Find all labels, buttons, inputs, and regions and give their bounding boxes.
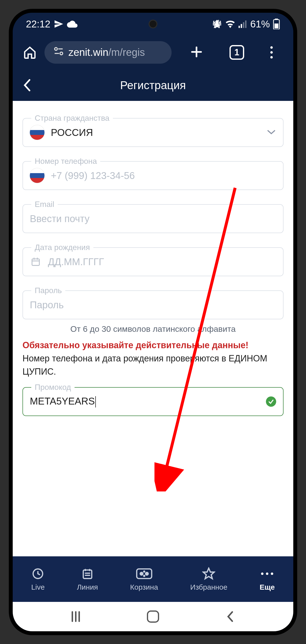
nav-live[interactable]: Live [31, 567, 45, 591]
status-time: 22:12 [26, 18, 50, 30]
star-icon [202, 567, 215, 580]
nav-basket[interactable]: Корзина [130, 567, 158, 591]
email-input[interactable]: Ввести почту [22, 204, 284, 233]
svg-point-28 [144, 571, 145, 572]
tab-switcher-button[interactable]: 1 [230, 45, 244, 60]
svg-marker-30 [203, 568, 214, 579]
svg-rect-1 [239, 26, 240, 28]
page-header: Регистрация [13, 70, 293, 101]
phone-camera-notch [149, 20, 157, 28]
wifi-icon [225, 20, 236, 28]
svg-point-26 [140, 572, 143, 575]
password-hint: От 6 до 30 символов латинского алфавита [22, 324, 284, 334]
country-value: РОССИЯ [51, 127, 260, 138]
page-title: Регистрация [13, 78, 293, 92]
registration-form: Страна гражданства РОССИЯ Номер телефона [13, 101, 293, 556]
password-label: Пароль [31, 286, 65, 295]
chevron-down-icon [266, 128, 276, 136]
svg-rect-3 [243, 22, 244, 28]
android-recents-button[interactable] [61, 609, 90, 624]
svg-point-8 [55, 48, 57, 50]
browser-home-button[interactable] [20, 46, 40, 59]
signal-icon [239, 20, 247, 28]
warning-title: Обязательно указывайте действительные да… [22, 340, 284, 350]
russia-flag-icon [30, 168, 44, 183]
new-tab-button[interactable] [190, 45, 203, 60]
dob-placeholder: ДД.ММ.ГГГГ [48, 256, 276, 268]
url-text: zenit.win/m/regis [68, 46, 145, 58]
country-label: Страна гражданства [31, 114, 113, 123]
site-settings-icon [53, 46, 64, 59]
svg-point-29 [144, 576, 145, 576]
telegram-icon [54, 19, 64, 29]
nav-line[interactable]: Линия [77, 567, 98, 591]
warning-text: Номер телефона и дата рождения проверяют… [22, 352, 284, 378]
browser-menu-button[interactable] [270, 46, 273, 58]
password-placeholder: Пароль [30, 300, 276, 310]
nav-more-label: Еще [260, 583, 275, 591]
svg-rect-25 [137, 569, 152, 578]
svg-point-27 [146, 572, 148, 575]
android-home-button[interactable] [138, 609, 168, 624]
nav-more[interactable]: Еще [260, 567, 275, 591]
dob-label: Дата рождения [31, 243, 93, 252]
email-field: Email Ввести почту [22, 204, 284, 233]
bottom-nav: Live Линия Корзина [13, 556, 293, 602]
svg-rect-15 [32, 259, 39, 266]
valid-check-icon [266, 396, 276, 407]
score-icon [136, 567, 153, 580]
battery-text: 61% [250, 18, 270, 30]
browser-toolbar: zenit.win/m/regis 1 [13, 35, 293, 70]
battery-icon [273, 18, 280, 30]
nav-basket-label: Корзина [130, 583, 158, 591]
nav-line-label: Линия [77, 583, 98, 591]
nav-favorites[interactable]: Избранное [190, 567, 227, 591]
svg-point-10 [60, 52, 63, 55]
cloud-icon [67, 20, 78, 28]
android-nav-bar [13, 602, 293, 631]
email-placeholder: Ввести почту [30, 213, 276, 224]
promo-label: Промокод [31, 383, 75, 392]
svg-rect-2 [241, 24, 242, 28]
country-field: Страна гражданства РОССИЯ [22, 118, 284, 147]
clock-icon [31, 567, 44, 580]
calendar-icon [30, 257, 41, 267]
svg-rect-4 [245, 20, 246, 28]
android-back-button[interactable] [216, 609, 245, 624]
phone-placeholder: +7 (999) 123-34-56 [51, 170, 276, 181]
email-label: Email [31, 200, 58, 209]
svg-rect-7 [275, 24, 278, 28]
svg-rect-20 [83, 570, 92, 578]
more-icon [261, 567, 273, 580]
list-icon [81, 567, 94, 580]
svg-rect-0 [215, 21, 218, 28]
promo-value: META5YEARS [30, 396, 260, 408]
nav-live-label: Live [31, 583, 45, 591]
tab-count-value: 1 [234, 47, 239, 58]
vibrate-icon [212, 19, 222, 29]
password-field: Пароль Пароль [22, 290, 284, 319]
russia-flag-icon [30, 125, 44, 140]
text-caret [95, 396, 96, 408]
promo-field: Промокод META5YEARS [22, 387, 284, 416]
phone-field: Номер телефона +7 (999) 123-34-56 [22, 161, 284, 190]
phone-label: Номер телефона [31, 157, 100, 166]
url-bar[interactable]: zenit.win/m/regis [44, 41, 171, 64]
nav-fav-label: Избранное [190, 583, 227, 591]
dob-field: Дата рождения ДД.ММ.ГГГГ [22, 247, 284, 276]
